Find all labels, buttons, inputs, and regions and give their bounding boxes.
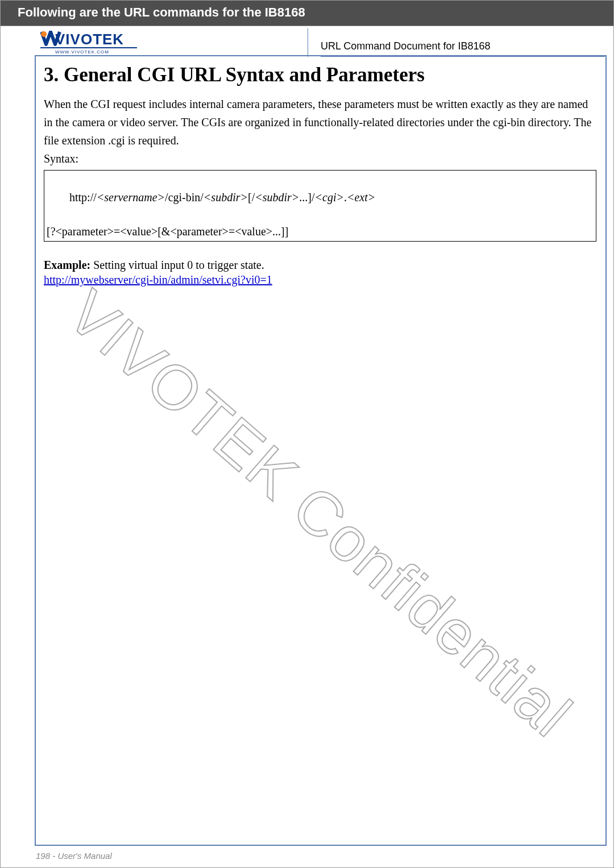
t: http:// xyxy=(69,191,97,203)
syntax-box: http://<servername>/cgi-bin/<subdir>[/<s… xyxy=(44,170,596,242)
svg-point-1 xyxy=(41,31,47,37)
t: <subdir> xyxy=(255,191,299,203)
section-title: 3. General CGI URL Syntax and Parameters xyxy=(44,63,596,87)
svg-text:WWW.VIVOTEK.COM: WWW.VIVOTEK.COM xyxy=(55,49,109,55)
footer: 198 - User's Manual xyxy=(36,851,112,861)
t: ...]/ xyxy=(299,191,314,203)
doc-label: URL Command Document for IB8168 xyxy=(321,40,605,57)
t: <servername> xyxy=(97,191,165,203)
watermark: VIVOTEK Confidential xyxy=(55,276,586,751)
page-frame-outer: Following are the URL commands for the I… xyxy=(0,0,614,868)
footer-sep: - xyxy=(50,851,57,861)
t: /cgi-bin/ xyxy=(165,191,204,203)
footer-page-number: 198 xyxy=(36,851,50,861)
header-divider xyxy=(308,28,308,57)
brand-logo: VIVOTEK WWW.VIVOTEK.COM xyxy=(40,31,137,55)
example-url-link[interactable]: http://mywebserver/cgi-bin/admin/setvi.c… xyxy=(44,273,272,286)
t: [/ xyxy=(248,191,255,203)
t: <ext> xyxy=(347,191,375,203)
example-text: Setting virtual input 0 to trigger state… xyxy=(90,259,264,271)
header-row: VIVOTEK WWW.VIVOTEK.COM URL Command Docu… xyxy=(1,26,613,55)
svg-text:VIVOTEK: VIVOTEK xyxy=(55,31,124,48)
content-area: VIVOTEK Confidential 3. General CGI URL … xyxy=(44,63,596,839)
footer-label: User's Manual xyxy=(57,851,111,861)
example-line: Example: Setting virtual input 0 to trig… xyxy=(44,256,596,273)
t: <cgi> xyxy=(315,191,344,203)
syntax-line-2: [?<parameter>=<value>[&<parameter>=<valu… xyxy=(47,223,594,240)
example-label: Example: xyxy=(44,259,90,271)
syntax-line-1: http://<servername>/cgi-bin/<subdir>[/<s… xyxy=(47,172,594,223)
bottom-rule xyxy=(35,845,607,846)
banner: Following are the URL commands for the I… xyxy=(1,1,613,26)
syntax-label: Syntax: xyxy=(44,149,596,168)
vivotek-logo-icon: VIVOTEK WWW.VIVOTEK.COM xyxy=(40,31,137,55)
section-body: When the CGI request includes internal c… xyxy=(44,95,596,149)
t: <subdir> xyxy=(204,191,248,203)
banner-title: Following are the URL commands for the I… xyxy=(18,5,305,19)
